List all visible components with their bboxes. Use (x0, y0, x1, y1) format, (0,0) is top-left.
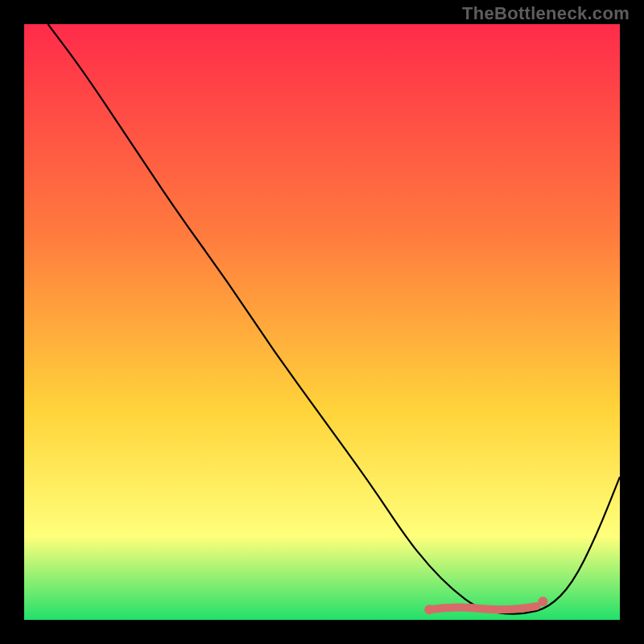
svg-rect-0 (24, 24, 620, 620)
chart-frame: TheBottleneck.com (0, 0, 644, 644)
plot-area (24, 24, 620, 620)
background-gradient (24, 24, 620, 620)
watermark-label: TheBottleneck.com (462, 3, 630, 24)
